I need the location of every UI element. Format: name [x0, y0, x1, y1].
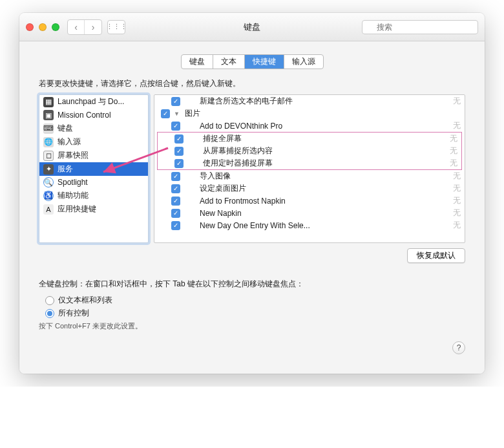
radio-group: 仅文本框和列表 所有控制 [45, 295, 465, 319]
titlebar: ‹ › ⋮⋮⋮ 键盘 [19, 13, 485, 41]
content-area: 键盘 文本 快捷键 输入源 若要更改快捷键，请选择它，点按组合键，然后键入新键。… [19, 41, 485, 374]
sidebar-item-label: Launchpad 与 Do... [58, 96, 124, 107]
tab-text[interactable]: 文本 [213, 55, 245, 69]
checkbox-icon[interactable]: ✓ [171, 97, 180, 106]
sidebar-item-screenshots[interactable]: ◻屏幕快照 [39, 149, 148, 162]
sidebar-item-label: Spotlight [58, 178, 88, 187]
list-item[interactable]: ✓新建含所选文本的电子邮件无 [154, 95, 465, 107]
checkbox-icon[interactable]: ✓ [171, 221, 180, 230]
sidebar-item-label: 服务 [58, 164, 73, 175]
keyboard-control-section: 全键盘控制：在窗口和对话框中，按下 Tab 键在以下控制之间移动键盘焦点： 仅文… [39, 279, 465, 331]
keyboard-control-note: 按下 Control+F7 来更改此设置。 [39, 321, 465, 331]
item-label: 使用定时器捕捉屏幕 [187, 158, 446, 169]
sidebar-item-app-shortcuts[interactable]: A应用快捷键 [39, 202, 148, 216]
item-label: 从屏幕捕捉所选内容 [187, 145, 446, 156]
sidebar-item-label: Mission Control [58, 111, 111, 120]
checkbox-icon[interactable]: ✓ [161, 109, 170, 118]
list-item[interactable]: ✓Add to DEVONthink Pro无 [154, 120, 465, 132]
shortcut-value: 无 [453, 171, 461, 182]
show-all-button[interactable]: ⋮⋮⋮ [107, 20, 125, 34]
list-item[interactable]: ✓使用定时器捕捉屏幕无 [158, 157, 461, 169]
keyboard-icon: ⌨ [43, 123, 54, 134]
radio-text-lists[interactable]: 仅文本框和列表 [45, 295, 465, 306]
checkbox-icon[interactable]: ✓ [171, 209, 180, 218]
keyboard-control-heading: 全键盘控制：在窗口和对话框中，按下 Tab 键在以下控制之间移动键盘焦点： [39, 279, 465, 290]
group-label: 图片 [184, 108, 461, 119]
sidebar-item-input-sources[interactable]: 🌐输入源 [39, 135, 148, 149]
shortcut-value: 无 [453, 208, 461, 219]
list-item[interactable]: ✓捕捉全屏幕无 [158, 133, 461, 145]
shortcut-value: 无 [453, 96, 461, 107]
close-icon[interactable] [26, 23, 34, 31]
checkbox-icon[interactable]: ✓ [174, 147, 184, 156]
app-shortcuts-icon: A [43, 204, 54, 215]
disclosure-triangle-icon[interactable]: ▼ [174, 111, 180, 117]
minimize-icon[interactable] [39, 23, 47, 31]
checkbox-icon[interactable]: ✓ [174, 134, 184, 144]
highlight-box: ✓捕捉全屏幕无 ✓从屏幕捕捉所选内容无 ✓使用定时器捕捉屏幕无 [157, 132, 462, 170]
list-item[interactable]: ✓New Day One Entry With Sele...无 [154, 219, 465, 231]
sidebar-item-mission-control[interactable]: ▣Mission Control [39, 109, 148, 122]
sidebar-item-services[interactable]: ✦服务 [39, 162, 148, 176]
radio-label: 所有控制 [58, 308, 89, 319]
sidebar-item-label: 输入源 [58, 136, 81, 147]
category-sidebar[interactable]: ▦Launchpad 与 Do... ▣Mission Control ⌨键盘 … [39, 94, 149, 243]
sidebar-item-label: 键盘 [58, 123, 73, 134]
shortcut-value: 无 [453, 183, 461, 194]
group-header[interactable]: ✓▼图片 [154, 107, 465, 120]
item-label: 捕捉全屏幕 [187, 133, 446, 144]
list-item[interactable]: ✓New Napkin无 [154, 207, 465, 219]
help-button[interactable]: ? [452, 341, 465, 354]
tab-input-sources[interactable]: 输入源 [284, 55, 323, 69]
sidebar-item-label: 应用快捷键 [58, 204, 96, 215]
panes: ▦Launchpad 与 Do... ▣Mission Control ⌨键盘 … [39, 94, 465, 243]
sidebar-item-accessibility[interactable]: ♿辅助功能 [39, 189, 148, 202]
checkbox-icon[interactable]: ✓ [174, 159, 184, 168]
zoom-icon[interactable] [52, 23, 59, 31]
search-input[interactable] [362, 20, 478, 34]
shortcut-value: 无 [453, 120, 461, 131]
traffic-lights [26, 23, 59, 31]
item-label: Add to Frontmost Napkin [184, 197, 449, 206]
sidebar-item-keyboard[interactable]: ⌨键盘 [39, 122, 148, 135]
checkbox-icon[interactable]: ✓ [171, 184, 180, 193]
checkbox-icon[interactable]: ✓ [171, 197, 180, 206]
radio-icon [45, 309, 54, 318]
restore-defaults-wrap: 恢复成默认 [407, 248, 465, 263]
services-icon: ✦ [43, 164, 54, 175]
list-item[interactable]: ✓设定桌面图片无 [154, 182, 465, 195]
shortcut-value: 无 [450, 145, 457, 156]
back-button[interactable]: ‹ [68, 20, 85, 34]
nav-buttons: ‹ › [67, 19, 102, 35]
radio-all-controls[interactable]: 所有控制 [45, 308, 465, 319]
tab-keyboard[interactable]: 键盘 [182, 55, 213, 69]
tab-shortcuts[interactable]: 快捷键 [245, 55, 284, 69]
item-label: 设定桌面图片 [184, 183, 449, 194]
restore-defaults-button[interactable]: 恢复成默认 [407, 248, 465, 263]
instruction-text: 若要更改快捷键，请选择它，点按组合键，然后键入新键。 [39, 78, 465, 89]
item-label: New Napkin [184, 209, 449, 218]
list-item[interactable]: ✓Add to Frontmost Napkin无 [154, 195, 465, 207]
search-wrap [362, 20, 478, 34]
radio-label: 仅文本框和列表 [58, 295, 112, 306]
shortcut-value: 无 [450, 158, 457, 169]
sidebar-item-label: 屏幕快照 [58, 150, 89, 161]
mission-control-icon: ▣ [43, 110, 54, 120]
shortcut-value: 无 [453, 195, 461, 206]
accessibility-icon: ♿ [43, 191, 54, 201]
shortcut-value: 无 [450, 133, 457, 144]
sidebar-item-spotlight[interactable]: 🔍Spotlight [39, 176, 148, 189]
list-item[interactable]: ✓从屏幕捕捉所选内容无 [158, 145, 461, 157]
sidebar-item-launchpad[interactable]: ▦Launchpad 与 Do... [39, 95, 148, 109]
forward-button[interactable]: › [85, 20, 101, 34]
tab-group: 键盘 文本 快捷键 输入源 [181, 54, 324, 69]
tab-bar: 键盘 文本 快捷键 输入源 [39, 54, 465, 69]
input-source-icon: 🌐 [43, 137, 54, 147]
checkbox-icon[interactable]: ✓ [171, 172, 180, 181]
list-item[interactable]: ✓导入图像无 [154, 170, 465, 182]
item-label: 新建含所选文本的电子邮件 [184, 96, 449, 107]
preferences-window: ‹ › ⋮⋮⋮ 键盘 键盘 文本 快捷键 输入源 若要更改快捷键，请选择它，点按… [19, 13, 485, 374]
sidebar-item-label: 辅助功能 [58, 190, 89, 201]
checkbox-icon[interactable]: ✓ [171, 122, 180, 131]
shortcut-list[interactable]: ✓新建含所选文本的电子邮件无 ✓▼图片 ✓Add to DEVONthink P… [154, 94, 465, 243]
